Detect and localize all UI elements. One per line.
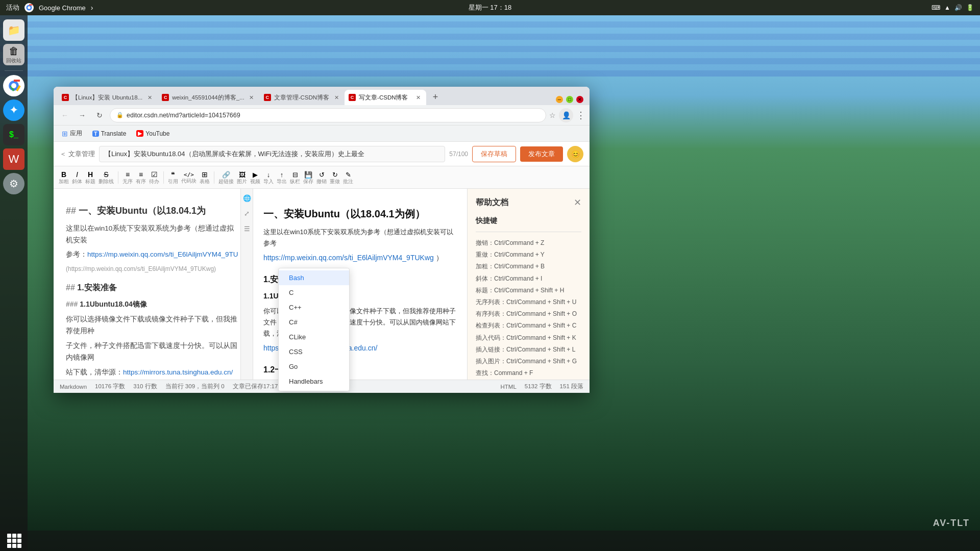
sidebar-dock: 📁 🗑 回收站 ✦ $_ W ⚙ [0, 15, 28, 551]
tab-2-close[interactable]: ✕ [248, 93, 256, 102]
publish-button[interactable]: 发布文章 [520, 146, 563, 162]
strikethrough-button[interactable]: S 删除线 [97, 169, 115, 185]
save-button[interactable]: 💾 保存 [302, 170, 314, 185]
tab-3-close[interactable]: ✕ [332, 93, 340, 102]
italic-button[interactable]: I 斜体 [71, 169, 83, 185]
md-line-h2: ## 1.安装准备 [66, 281, 240, 294]
comment-label: 批注 [343, 179, 353, 184]
columns-button[interactable]: ⊟ 纵栏 [289, 170, 301, 185]
help-close-button[interactable]: ✕ [574, 197, 581, 208]
side-icon-list[interactable]: ☰ [244, 223, 250, 235]
dropdown-clike[interactable]: CLike [279, 330, 349, 344]
back-link[interactable]: ＜ 文章管理 [60, 149, 95, 159]
toolbar-divider-3 [214, 171, 214, 184]
new-tab-button[interactable]: + [428, 90, 443, 104]
ordered-label: 有序 [136, 179, 146, 184]
tab-2[interactable]: C weixin_45591044的博客_... ✕ [158, 90, 260, 105]
help-title: 帮助文档 [476, 197, 508, 208]
back-button[interactable]: ← [58, 108, 72, 122]
dropdown-cpp[interactable]: C++ [279, 300, 349, 315]
minimize-button[interactable]: ─ [556, 96, 563, 103]
unordered-list-button[interactable]: ≡ 无序 [121, 169, 134, 185]
dropdown-c[interactable]: C [279, 285, 349, 300]
dock-wps-icon[interactable]: W [3, 148, 24, 170]
hyperlink-button[interactable]: 🔗 超链接 [217, 170, 235, 185]
side-icon-expand[interactable]: ⤢ [244, 208, 250, 219]
char-count: 10176 字数 [95, 383, 125, 390]
dropdown-css[interactable]: CSS [279, 344, 349, 359]
side-icon-globe[interactable]: 🌐 [243, 193, 251, 204]
activities-label[interactable]: 活动 [6, 3, 19, 12]
md-hash-3: ### [66, 300, 78, 308]
tab-1[interactable]: C 【Linux】安装 Ubuntu18... ✕ [58, 90, 158, 105]
close-button[interactable]: ✕ [576, 96, 583, 103]
save-draft-button[interactable]: 保存草稿 [472, 146, 516, 162]
dock-terminal-icon[interactable]: $_ [3, 124, 24, 145]
dropdown-csharp[interactable]: C# [279, 315, 349, 330]
user-avatar[interactable]: 😊 [567, 146, 583, 162]
tab-1-close[interactable]: ✕ [145, 93, 154, 102]
markdown-editor[interactable]: ## 一、安装Ubuntu（以18.04.1为 这里以在win10系统下安装双系… [54, 189, 253, 380]
chrome-icon [24, 3, 34, 12]
code-block-button[interactable]: </> 代码块 [180, 170, 198, 185]
heading-button[interactable]: H 标题 [84, 169, 96, 185]
md-link-1[interactable]: https://mp.weixin.qq.com/s/ti_E6lAiljmVY… [87, 251, 238, 258]
dropdown-go[interactable]: Go [279, 359, 349, 374]
undo-icon: ↺ [319, 171, 325, 179]
dock-chrome-icon[interactable] [3, 75, 24, 96]
apps-grid-button[interactable] [6, 533, 22, 549]
ordered-list-button[interactable]: ≡ 有序 [135, 169, 147, 185]
forward-button[interactable]: → [75, 108, 89, 122]
reload-button[interactable]: ↻ [92, 108, 107, 122]
bookmark-apps[interactable]: ⊞ 应用 [58, 127, 86, 140]
bookmark-youtube[interactable]: ▶ YouTube [132, 128, 174, 139]
undo-button[interactable]: ↺ 撤销 [315, 170, 328, 185]
image-button[interactable]: 🖼 图片 [236, 170, 248, 185]
video-button[interactable]: ▶ 视频 [249, 170, 261, 185]
dock-files-icon[interactable]: 📁 [3, 19, 24, 41]
url-bar[interactable]: 🔒 editor.csdn.net/md?articleId=104157669 [110, 108, 546, 122]
watermark: AV-TLT [933, 518, 970, 529]
import-label: 导入 [263, 179, 274, 184]
tab-4[interactable]: C 写文章-CSDN博客 ✕ [345, 90, 426, 105]
maximize-button[interactable]: □ [566, 96, 573, 103]
preview-link-1[interactable]: https://mp.weixin.qq.com/s/ti_E6lAiljmVY… [263, 254, 434, 262]
shortcut-unordered: 无序列表：Ctrl/Command + Shift + U [476, 297, 581, 307]
tab-3[interactable]: C 文章管理-CSDN博客 ✕ [260, 90, 345, 105]
task-list-button[interactable]: ☑ 待办 [148, 169, 160, 185]
unordered-icon: ≡ [126, 170, 130, 179]
save-icon: 💾 [304, 171, 312, 179]
article-title-input[interactable] [99, 146, 445, 162]
bookmarks-bar: ⊞ 应用 T Translate ▶ YouTube [54, 126, 590, 142]
bookmark-button[interactable]: ☆ [549, 111, 556, 119]
dock-star-icon[interactable]: ✦ [3, 99, 24, 121]
dock-trash-icon[interactable]: 🗑 回收站 [3, 44, 24, 65]
table-label: 表格 [200, 179, 210, 184]
import-button[interactable]: ↓ 导入 [262, 170, 275, 185]
svg-point-5 [11, 83, 16, 88]
code-label: 代码块 [181, 179, 197, 184]
md-para-5: 子文件，种子文件搭配迅雷下载速度十分快。可以从国内镜像网 [66, 340, 240, 364]
md-link-2[interactable]: https://mirrors.tuna.tsinghua.edu.cn/ [123, 368, 233, 376]
bold-button[interactable]: B 加粗 [58, 169, 70, 185]
bookmark-translate[interactable]: T Translate [88, 128, 130, 139]
dropdown-bash[interactable]: Bash [279, 270, 349, 285]
bookmark-translate-label: Translate [101, 130, 127, 137]
quote-button[interactable]: ❝ 引用 [167, 169, 179, 185]
redo-button[interactable]: ↻ 重做 [329, 170, 341, 185]
table-button[interactable]: ⊞ 表格 [199, 169, 211, 185]
apps-grid-icon: ⊞ [62, 130, 68, 138]
columns-icon: ⊟ [292, 171, 298, 179]
italic-icon: I [76, 170, 78, 179]
comment-button[interactable]: ✎ 批注 [342, 170, 354, 185]
apps-grid-icon [7, 534, 21, 548]
profile-button[interactable]: 👤 [559, 108, 573, 122]
browser-menu-button[interactable]: ⋮ [576, 110, 585, 121]
desktop: 活动 Google Chrome › 星期一 17：18 ⌨ ▲ 🔊 🔋 📁 🗑 [0, 0, 980, 551]
dropdown-handlebars[interactable]: Handlebars [279, 374, 349, 389]
dock-settings-icon[interactable]: ⚙ [3, 173, 24, 194]
tab-4-close[interactable]: ✕ [414, 93, 422, 102]
export-button[interactable]: ↑ 导出 [276, 170, 288, 185]
italic-label: 斜体 [72, 179, 82, 184]
video-icon: ▶ [253, 171, 258, 179]
